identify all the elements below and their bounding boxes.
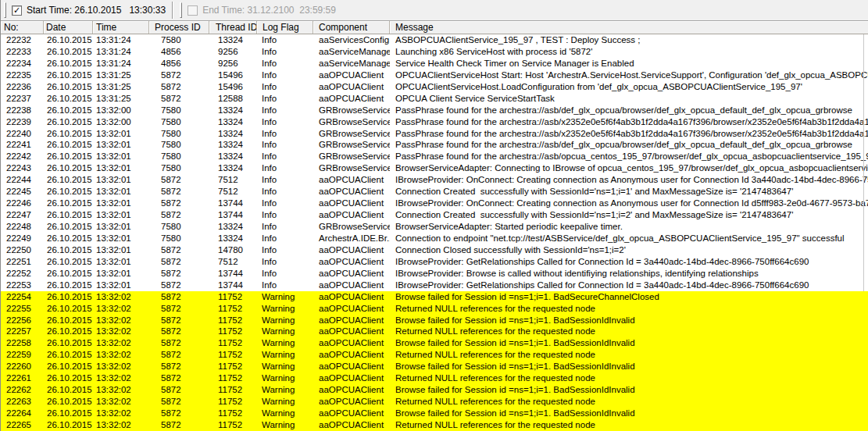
cell-message: BrowserServiceAdapter: Connecting to IBr…	[390, 162, 868, 174]
log-row[interactable]: 2223926.10.201513:32:00758013324InfoGRBr…	[1, 116, 868, 128]
log-row[interactable]: 2225226.10.201513:32:01587213744InfoaaOP…	[1, 268, 868, 280]
cell-time: 13:32:02	[93, 396, 149, 408]
end-time-checkbox[interactable]	[188, 5, 198, 16]
column-header-date[interactable]: Date	[44, 21, 93, 34]
log-row[interactable]: 2223526.10.201513:31:25587215496InfoaaOP…	[1, 69, 868, 81]
cell-time: 13:32:01	[93, 280, 149, 291]
log-row[interactable]: 2224226.10.201513:32:01758013324InfoGRBr…	[1, 151, 868, 162]
cell-message: PassPhrase found for the archestra://asb…	[390, 116, 868, 128]
cell-date: 26.10.2015	[44, 93, 93, 105]
cell-thread-id: 11752	[209, 396, 257, 408]
end-time-section: End Time: 31.12.2100 23:59:59	[186, 5, 336, 16]
start-time-checkbox[interactable]: ✓	[12, 5, 22, 16]
column-header-time[interactable]: Time	[93, 21, 149, 34]
cell-component: aaOPCUAClient	[313, 244, 390, 256]
cell-time: 13:32:02	[93, 384, 149, 396]
cell-date: 26.10.2015	[44, 256, 93, 268]
log-row[interactable]: 2225626.10.201513:32:02587211752Warninga…	[1, 315, 868, 326]
cell-component: aaOPCUAClient	[313, 268, 390, 280]
cell-no: 22249	[1, 233, 44, 244]
log-row[interactable]: 2223826.10.201513:32:00758013324InfoGRBr…	[1, 105, 868, 116]
cell-log-flag: Info	[257, 93, 313, 105]
cell-log-flag: Warning	[257, 291, 313, 303]
log-row[interactable]: 2226426.10.201513:32:02587211752Warninga…	[1, 408, 868, 419]
cell-thread-id: 13324	[209, 34, 257, 46]
cell-thread-id: 11752	[209, 372, 257, 384]
cell-no: 22264	[1, 408, 44, 419]
column-header-thread-id[interactable]: Thread ID	[209, 21, 257, 34]
log-row[interactable]: 2224626.10.201513:32:01587213744InfoaaOP…	[1, 198, 868, 209]
log-row[interactable]: 2226126.10.201513:32:02587211752Warninga…	[1, 372, 868, 384]
cell-time: 13:32:02	[93, 315, 149, 326]
log-row[interactable]: 2226026.10.201513:32:02587211752Warninga…	[1, 361, 868, 372]
log-row[interactable]: 2225026.10.201513:32:01587214780InfoaaOP…	[1, 244, 868, 256]
log-row[interactable]: 2224026.10.201513:32:01758013324InfoGRBr…	[1, 128, 868, 140]
cell-time: 13:32:01	[93, 162, 149, 174]
log-row[interactable]: 2225726.10.201513:32:02587211752Warninga…	[1, 326, 868, 337]
cell-date: 26.10.2015	[44, 361, 93, 372]
log-row[interactable]: 2224426.10.201513:32:0158727512InfoaaOPC…	[1, 174, 868, 186]
log-row[interactable]: 2223726.10.201513:31:25587212588InfoaaOP…	[1, 93, 868, 105]
toolbar-grip-2[interactable]	[180, 2, 182, 18]
log-row[interactable]: 2223326.10.201513:31:2448569256InfoaaSer…	[1, 46, 868, 58]
cell-log-flag: Info	[257, 233, 313, 244]
log-row[interactable]: 2223426.10.201513:31:2448569256InfoaaSer…	[1, 58, 868, 69]
cell-date: 26.10.2015	[44, 396, 93, 408]
log-row[interactable]: 2225326.10.201513:32:01587213744InfoaaOP…	[1, 280, 868, 291]
log-row[interactable]: 2225526.10.201513:32:02587211752Warninga…	[1, 303, 868, 315]
cell-log-flag: Info	[257, 116, 313, 128]
cell-thread-id: 14780	[209, 244, 257, 256]
log-row[interactable]: 2225926.10.201513:32:02587211752Warninga…	[1, 349, 868, 361]
cell-date: 26.10.2015	[44, 128, 93, 140]
cell-date: 26.10.2015	[44, 268, 93, 280]
cell-no: 22247	[1, 209, 44, 221]
cell-message: PassPhrase found for the archestra://asb…	[390, 139, 868, 151]
toolbar-grip[interactable]	[4, 2, 6, 18]
log-row[interactable]: 2224726.10.201513:32:01587213744InfoaaOP…	[1, 209, 868, 221]
log-row[interactable]: 2225826.10.201513:32:02587211752Warninga…	[1, 337, 868, 349]
log-row[interactable]: 2223626.10.201513:31:25587215496InfoaaOP…	[1, 81, 868, 93]
cell-log-flag: Info	[257, 209, 313, 221]
column-header-component[interactable]: Component	[313, 21, 390, 34]
cell-no: 22252	[1, 268, 44, 280]
cell-thread-id: 13324	[209, 128, 257, 140]
time-filter-toolbar: ✓ Start Time: 26.10.2015 13:30:33 End Ti…	[1, 0, 868, 21]
log-row[interactable]: 2226326.10.201513:32:02587211752Warninga…	[1, 396, 868, 408]
toolbar-separator	[172, 2, 173, 19]
column-header-process-id[interactable]: Process ID	[149, 21, 209, 34]
cell-date: 26.10.2015	[44, 337, 93, 349]
cell-component: aaOPCUAClient	[313, 408, 390, 419]
log-row[interactable]: 2224326.10.201513:32:01758013324InfoGRBr…	[1, 162, 868, 174]
log-row[interactable]: 2226226.10.201513:32:02587211752Warninga…	[1, 384, 868, 396]
log-row[interactable]: 2224826.10.201513:32:01758013324InfoGRBr…	[1, 221, 868, 233]
cell-date: 26.10.2015	[44, 209, 93, 221]
log-row[interactable]: 2224126.10.201513:32:01758013324InfoGRBr…	[1, 139, 868, 151]
log-row[interactable]: 2225126.10.201513:32:0158727512InfoaaOPC…	[1, 256, 868, 268]
log-row[interactable]: 2225426.10.201513:32:02587211752Warninga…	[1, 291, 868, 303]
cell-date: 26.10.2015	[44, 46, 93, 58]
column-header-message[interactable]: Message	[390, 21, 868, 34]
cell-no: 22240	[1, 128, 44, 140]
log-row[interactable]: 2224526.10.201513:32:0158727512InfoaaOPC…	[1, 186, 868, 198]
cell-process-id: 5872	[149, 361, 209, 372]
cell-time: 13:31:25	[93, 69, 149, 81]
cell-thread-id: 13324	[209, 116, 257, 128]
cell-thread-id: 13324	[209, 233, 257, 244]
cell-thread-id: 11752	[209, 337, 257, 349]
cell-process-id: 5872	[149, 326, 209, 337]
cell-process-id: 5872	[149, 209, 209, 221]
cell-thread-id: 13744	[209, 209, 257, 221]
log-row[interactable]: 2223226.10.201513:31:24758013324InfoaaSe…	[1, 34, 868, 46]
cell-thread-id: 13744	[209, 280, 257, 291]
cell-log-flag: Info	[257, 46, 313, 58]
cell-date: 26.10.2015	[44, 291, 93, 303]
log-row[interactable]: 2226526.10.201513:32:02587211752Warninga…	[1, 419, 868, 431]
cell-process-id: 5872	[149, 198, 209, 209]
column-header-log-flag[interactable]: Log Flag	[257, 21, 313, 34]
cell-time: 13:32:01	[93, 186, 149, 198]
cell-no: 22259	[1, 349, 44, 361]
cell-log-flag: Warning	[257, 337, 313, 349]
column-header-no[interactable]: No:	[1, 21, 44, 34]
log-row[interactable]: 2224926.10.201513:32:01758013324InfoArch…	[1, 233, 868, 244]
cell-date: 26.10.2015	[44, 174, 93, 186]
